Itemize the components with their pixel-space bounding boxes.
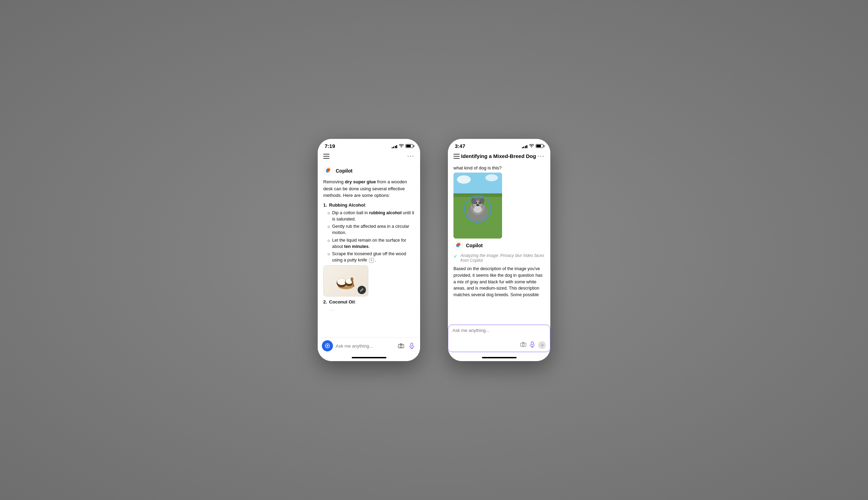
copilot-name-right: Copilot <box>466 243 483 248</box>
coconut-image <box>332 270 360 291</box>
signal-icon-right <box>522 144 528 148</box>
status-icons-left <box>392 144 414 149</box>
wifi-icon-right <box>529 144 534 149</box>
intro-message: Removing dry super glue from a wooden de… <box>323 178 415 199</box>
left-phone: 7:19 ··· <box>318 139 420 361</box>
list-item-2: 2. Coconut Oil: <box>323 299 415 306</box>
more-options-left[interactable]: ··· <box>407 152 415 160</box>
svg-point-16 <box>485 174 498 181</box>
check-icon: ✓ <box>453 253 458 259</box>
nav-bar-right: Identifying a Mixed-Breed Dog ··· <box>448 150 550 162</box>
response-text: Based on the description of the image yo… <box>453 266 545 298</box>
page-title-right: Identifying a Mixed-Breed Dog <box>460 153 537 159</box>
item-2-ellipsis: ··· <box>330 307 415 314</box>
edit-image-button[interactable] <box>358 286 366 294</box>
instructions-list: 1. Rubbing Alcohol: ○ Dip a cotton ball … <box>323 202 415 314</box>
sub-item-2: ○ Gently rub the affected area in a circ… <box>327 223 415 236</box>
user-message: what kind of dog is this? <box>453 165 545 170</box>
sub-item-3: ○ Let the liquid remain on the surface f… <box>327 237 415 250</box>
status-icons-right <box>522 144 544 149</box>
hamburger-menu-right[interactable] <box>453 154 460 159</box>
copilot-logo-right <box>453 241 463 250</box>
chat-input-right[interactable] <box>452 328 546 333</box>
svg-point-25 <box>475 202 477 204</box>
copilot-name-left: Copilot <box>336 168 352 174</box>
more-options-right[interactable]: ··· <box>537 152 545 160</box>
svg-point-28 <box>479 202 479 203</box>
home-bar-right <box>448 354 550 361</box>
home-indicator-right <box>482 357 517 358</box>
svg-point-15 <box>457 175 471 184</box>
chat-input-left[interactable] <box>336 340 394 351</box>
input-bar-left <box>318 337 420 354</box>
status-bar-right: 3:47 <box>448 139 550 150</box>
svg-point-27 <box>475 202 476 203</box>
signal-icon-left <box>392 144 398 148</box>
wifi-icon-left <box>399 144 404 149</box>
right-phone: 3:47 Identifying a Mixed-Breed Dog ··· <box>448 139 550 361</box>
hamburger-menu-left[interactable] <box>323 154 329 159</box>
camera-button-right[interactable] <box>520 342 526 348</box>
copilot-logo-left <box>323 166 333 176</box>
camera-button-left[interactable] <box>397 342 405 350</box>
sub-list-1: ○ Dip a cotton ball in rubbing alcohol u… <box>327 210 415 263</box>
battery-icon-left <box>406 144 413 148</box>
status-bar-left: 7:19 <box>318 139 420 150</box>
mic-button-left[interactable] <box>408 342 416 350</box>
svg-point-10 <box>400 345 402 347</box>
content-left: Copilot Removing dry super glue from a w… <box>318 162 420 337</box>
svg-point-26 <box>478 202 481 204</box>
copilot-header-right: Copilot <box>453 241 545 250</box>
input-bar-right[interactable] <box>448 325 550 352</box>
sub-item-4: ○ Scrape the loosened glue off the wood … <box>327 251 415 263</box>
svg-point-7 <box>351 277 353 281</box>
mic-button-right[interactable] <box>530 341 535 349</box>
svg-rect-35 <box>531 342 533 345</box>
svg-point-34 <box>522 344 524 346</box>
sub-item-1: ○ Dip a cotton ball in rubbing alcohol u… <box>327 210 415 222</box>
send-button-right[interactable] <box>538 341 546 349</box>
svg-rect-11 <box>411 343 413 346</box>
input-actions-right <box>452 341 546 349</box>
dog-svg <box>453 173 502 239</box>
home-bar-left <box>318 354 420 361</box>
chat-icon-button[interactable] <box>322 340 333 351</box>
response-section: Copilot ✓ Analyzing the image: Privacy b… <box>453 241 545 322</box>
nav-bar-left: ··· <box>318 150 420 162</box>
list-item-1: 1. Rubbing Alcohol: <box>323 202 415 209</box>
privacy-text: Analyzing the image: Privacy blur hides … <box>460 253 545 263</box>
content-right: what kind of dog is this? <box>448 162 550 325</box>
privacy-notice: ✓ Analyzing the image: Privacy blur hide… <box>453 252 545 264</box>
footnote-1: 1 <box>369 258 374 263</box>
battery-icon-right <box>536 144 543 148</box>
home-indicator-left <box>352 357 386 358</box>
status-time-left: 7:19 <box>325 143 335 149</box>
dog-image <box>453 173 502 239</box>
svg-point-30 <box>474 206 482 213</box>
coconut-thumbnail <box>323 265 368 297</box>
status-time-right: 3:47 <box>455 143 465 149</box>
copilot-header-left: Copilot <box>323 166 415 176</box>
svg-point-3 <box>337 278 346 285</box>
